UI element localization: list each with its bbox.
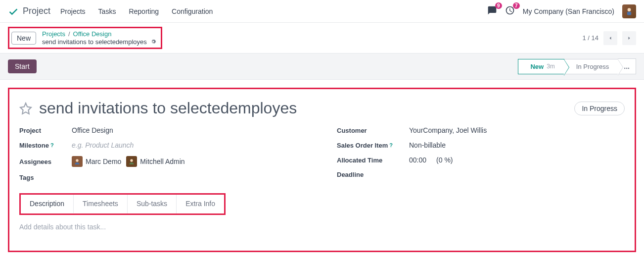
sales-order-label: Sales Order Item? [337, 142, 401, 149]
tabs: Description Timesheets Sub-tasks Extra I… [19, 193, 226, 215]
breadcrumb-projects[interactable]: Projects [42, 30, 65, 38]
stage-in-progress[interactable]: In Progress [564, 59, 618, 74]
task-title[interactable]: send invitations to selectedemployes [39, 99, 567, 117]
field-project: Project Office Design [19, 126, 307, 134]
breadcrumb-current-text: send invitations to selectedemployes [42, 38, 147, 46]
milestone-label: Milestone? [19, 142, 64, 149]
breadcrumb-project[interactable]: Office Design [73, 30, 112, 38]
allocated-pct: (0 %) [436, 156, 453, 164]
tab-subtasks[interactable]: Sub-tasks [128, 195, 177, 213]
assignees-list[interactable]: Marc Demo Mitchell Admin [72, 156, 185, 167]
breadcrumb-current: send invitations to selectedemployes [42, 38, 157, 46]
stage-new-time: 3m [547, 63, 555, 70]
content: send invitations to selectedemployes In … [0, 80, 644, 260]
activities-button[interactable]: 7 [505, 5, 515, 17]
tags-label: Tags [19, 174, 64, 181]
nav-configuration[interactable]: Configuration [172, 7, 213, 15]
chevron-left-icon [607, 35, 613, 41]
tab-description[interactable]: Description [21, 195, 74, 213]
assignee-name: Marc Demo [86, 158, 121, 165]
user-avatar[interactable] [622, 4, 636, 18]
field-allocated: Allocated Time 00:00 (0 %) [337, 156, 625, 164]
stages: New 3m In Progress ... [518, 58, 636, 74]
breadcrumb: Projects / Office Design send invitation… [42, 30, 157, 46]
project-label: Project [19, 127, 64, 134]
messages-button[interactable]: 9 [487, 5, 497, 17]
field-deadline: Deadline [337, 171, 625, 178]
tab-content: Add details about this task... [19, 216, 625, 231]
deadline-label: Deadline [337, 171, 401, 178]
field-tags: Tags [19, 174, 307, 181]
svg-point-3 [131, 160, 133, 162]
topbar: Project Projects Tasks Reporting Configu… [0, 0, 644, 23]
assignee-item[interactable]: Marc Demo [72, 156, 121, 167]
title-row: send invitations to selectedemployes In … [19, 99, 625, 117]
nav-tasks[interactable]: Tasks [98, 7, 116, 15]
help-icon[interactable]: ? [50, 142, 54, 148]
task-details-input[interactable]: Add details about this task... [19, 223, 625, 231]
breadcrumb-box: New Projects / Office Design send invita… [8, 27, 162, 49]
start-button[interactable]: Start [8, 59, 37, 73]
topbar-right: 9 7 My Company (San Francisco) [487, 4, 636, 18]
assignee-name: Mitchell Admin [140, 158, 184, 165]
breadcrumb-sep: / [68, 30, 70, 38]
company-switcher[interactable]: My Company (San Francisco) [523, 7, 614, 15]
avatar-icon [624, 6, 634, 16]
avatar [126, 156, 137, 167]
nav-reporting[interactable]: Reporting [129, 7, 159, 15]
help-icon[interactable]: ? [389, 142, 393, 148]
messages-badge: 9 [495, 2, 502, 9]
activities-badge: 7 [513, 2, 520, 9]
customer-label: Customer [337, 127, 401, 134]
avatar-icon [128, 158, 136, 165]
fields: Project Office Design Milestone? e.g. Pr… [19, 126, 625, 181]
star-icon[interactable] [19, 102, 32, 115]
action-bar: Start New 3m In Progress ... [0, 53, 644, 80]
fields-left: Project Office Design Milestone? e.g. Pr… [19, 126, 307, 181]
field-sales-order: Sales Order Item? Non-billable [337, 141, 625, 149]
content-box: send invitations to selectedemployes In … [8, 88, 636, 252]
sales-order-value[interactable]: Non-billable [409, 141, 446, 149]
fields-right: Customer YourCompany, Joel Willis Sales … [337, 126, 625, 181]
field-assignees: Assignees Marc Demo Mitchell Admin [19, 156, 307, 167]
brand[interactable]: Project [8, 6, 50, 17]
brand-text: Project [23, 6, 50, 16]
pager-text: 1 / 14 [582, 34, 598, 42]
project-logo-icon [8, 6, 19, 17]
chevron-right-icon [626, 35, 632, 41]
stage-new-label: New [530, 63, 544, 70]
avatar [72, 156, 83, 167]
pager: 1 / 14 [582, 31, 636, 45]
status-badge[interactable]: In Progress [574, 102, 625, 115]
stage-in-progress-label: In Progress [576, 63, 609, 70]
tab-extra-info[interactable]: Extra Info [177, 195, 224, 213]
new-button[interactable]: New [11, 32, 36, 45]
gear-icon[interactable] [150, 38, 157, 45]
field-milestone: Milestone? e.g. Product Launch [19, 141, 307, 149]
customer-value[interactable]: YourCompany, Joel Willis [409, 126, 487, 134]
tab-timesheets[interactable]: Timesheets [74, 195, 128, 213]
svg-point-0 [628, 8, 631, 11]
nav-projects[interactable]: Projects [60, 7, 86, 15]
assignees-label: Assignees [19, 158, 64, 165]
project-value[interactable]: Office Design [72, 126, 113, 134]
pager-prev[interactable] [603, 31, 617, 45]
field-customer: Customer YourCompany, Joel Willis [337, 126, 625, 134]
avatar-icon [73, 158, 81, 165]
stage-new[interactable]: New 3m [518, 59, 564, 74]
breadcrumb-row: New Projects / Office Design send invita… [0, 23, 644, 53]
svg-point-2 [76, 160, 78, 162]
allocated-label: Allocated Time [337, 157, 401, 164]
allocated-time: 00:00 [409, 156, 426, 164]
nav-links: Projects Tasks Reporting Configuration [60, 7, 213, 15]
allocated-value[interactable]: 00:00 (0 %) [409, 156, 453, 164]
milestone-placeholder[interactable]: e.g. Product Launch [72, 141, 134, 149]
assignee-item[interactable]: Mitchell Admin [126, 156, 184, 167]
svg-rect-1 [627, 11, 631, 15]
pager-next[interactable] [622, 31, 636, 45]
